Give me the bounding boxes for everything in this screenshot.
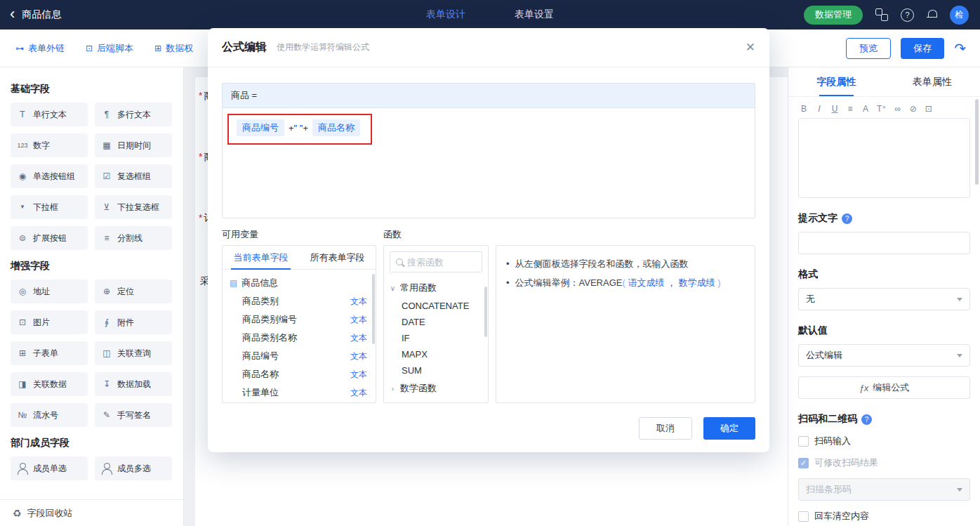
font-color-icon[interactable]: A xyxy=(861,104,870,114)
variable-row[interactable]: 商品类别名称文本 xyxy=(223,329,376,347)
bold-icon[interactable]: B xyxy=(800,104,808,114)
field-item-radio-group[interactable]: ◉单选按钮组 xyxy=(11,164,88,188)
modal-subtitle: 使用数学运算符编辑公式 xyxy=(277,41,369,53)
function-item-if[interactable]: IF xyxy=(384,330,488,346)
multi-line-text-icon: ¶ xyxy=(100,108,113,121)
field-chip-product-name[interactable]: 商品名称 xyxy=(312,119,360,136)
modal-footer: 取消 确定 xyxy=(208,403,769,440)
field-item-checkbox-group[interactable]: ☑复选框组 xyxy=(95,164,172,188)
back-button[interactable]: ‹ xyxy=(10,6,15,22)
field-item-extend-button[interactable]: ⊜扩展按钮 xyxy=(11,226,88,250)
preview-button[interactable]: 预览 xyxy=(846,38,891,59)
function-search-input[interactable] xyxy=(407,257,476,268)
scan-type-select[interactable]: 扫描条形码 xyxy=(798,478,970,501)
apps-switcher-icon[interactable] xyxy=(875,8,888,21)
function-item-concatenate[interactable]: CONCATENATE xyxy=(384,298,488,314)
save-button[interactable]: 保存 xyxy=(901,38,944,59)
field-item-multi-line-text[interactable]: ¶多行文本 xyxy=(95,103,172,126)
data-manage-button[interactable]: 数据管理 xyxy=(804,6,863,25)
variable-row[interactable]: 商品编号文本 xyxy=(223,347,376,365)
scan-input-row: 扫码输入 xyxy=(798,435,970,447)
tab-field-properties[interactable]: 字段属性 xyxy=(788,67,885,96)
field-item-dropdown-multi[interactable]: ⊻下拉复选框 xyxy=(95,195,172,219)
field-item-address[interactable]: ◎地址 xyxy=(11,280,88,303)
properties-tabs: 字段属性 表单属性 xyxy=(788,67,980,97)
avatar[interactable]: 检 xyxy=(950,6,969,25)
formula-operator: +" "+ xyxy=(289,123,308,133)
scan-input-checkbox[interactable] xyxy=(798,436,809,447)
help-icon[interactable]: ? xyxy=(901,8,914,22)
variable-row[interactable]: 计量单位文本 xyxy=(223,383,376,402)
tab-form-settings[interactable]: 表单设置 xyxy=(515,8,554,21)
scan-help-icon[interactable]: ? xyxy=(861,414,872,425)
help-line-2: •公式编辑举例：AVERAGE( 语文成绩 ， 数学成绩 ) xyxy=(506,273,745,292)
form-external-link-label: 表单外链 xyxy=(28,42,65,55)
dropdown-icon: ▼ xyxy=(16,201,29,213)
function-group-common[interactable]: ∨ 常用函数 xyxy=(384,278,488,298)
field-item-signature[interactable]: ✎手写签名 xyxy=(95,403,172,427)
variables-scrollbar[interactable] xyxy=(372,274,375,344)
field-item-single-line-text[interactable]: T单行文本 xyxy=(11,103,88,126)
tab-form-properties[interactable]: 表单属性 xyxy=(885,67,980,96)
field-item-number[interactable]: 123数字 xyxy=(11,133,88,157)
italic-icon[interactable]: I xyxy=(815,104,823,114)
tab-all-form-fields[interactable]: 所有表单字段 xyxy=(299,246,376,269)
underline-icon[interactable]: U xyxy=(830,104,839,114)
variable-row[interactable]: 商品类别文本 xyxy=(223,292,376,310)
remove-link-icon[interactable]: ⊘ xyxy=(909,104,918,114)
close-icon[interactable]: ✕ xyxy=(746,40,755,55)
function-group-text[interactable]: › 文本函数 xyxy=(384,398,488,403)
function-group-math[interactable]: › 数学函数 xyxy=(384,379,488,398)
tree-root-product-info[interactable]: ▤ 商品信息 xyxy=(223,274,376,292)
panel-scrollbar[interactable] xyxy=(975,99,979,185)
enhanced-fields-grid: ◎地址 ⊕定位 ⊡图片 ∮附件 ⊞子表单 ◫关联查询 ◨关联数据 ↧数据加载 №… xyxy=(11,280,173,427)
functions-scrollbar[interactable] xyxy=(484,287,487,337)
function-item-mapx[interactable]: MAPX xyxy=(384,346,488,362)
hint-text-input[interactable] xyxy=(798,232,970,254)
field-item-data-load[interactable]: ↧数据加载 xyxy=(95,372,172,396)
permission-icon: ⊞ xyxy=(154,44,161,53)
confirm-button[interactable]: 确定 xyxy=(703,417,755,440)
tab-current-form-fields[interactable]: 当前表单字段 xyxy=(223,246,299,269)
field-item-member-single[interactable]: 成员单选 xyxy=(11,456,88,480)
align-icon[interactable]: ≡ xyxy=(846,104,854,114)
field-item-related-data[interactable]: ◨关联数据 xyxy=(11,372,88,396)
recycle-label: 字段回收站 xyxy=(27,507,73,520)
field-item-datetime[interactable]: ▦日期时间 xyxy=(95,133,172,157)
field-item-related-query[interactable]: ◫关联查询 xyxy=(95,341,172,365)
share-button[interactable]: ↷ xyxy=(954,41,966,55)
field-title-editor[interactable] xyxy=(798,118,970,198)
enter-clear-row: 回车清空内容 xyxy=(798,510,970,522)
bell-icon[interactable] xyxy=(927,10,937,20)
data-permission-link[interactable]: ⊞ 数据权 xyxy=(154,42,193,55)
field-item-location[interactable]: ⊕定位 xyxy=(95,280,172,303)
field-item-image[interactable]: ⊡图片 xyxy=(11,310,88,334)
tab-form-design[interactable]: 表单设计 xyxy=(426,8,465,21)
field-item-divider[interactable]: ≡分割线 xyxy=(95,226,172,250)
hint-help-icon[interactable]: ? xyxy=(842,213,852,224)
cancel-button[interactable]: 取消 xyxy=(639,417,692,440)
function-item-date[interactable]: DATE xyxy=(384,314,488,330)
format-select[interactable]: 无 xyxy=(798,288,970,310)
field-chip-product-number[interactable]: 商品编号 xyxy=(237,119,284,136)
field-item-member-multi[interactable]: 成员多选 xyxy=(95,456,172,480)
formula-input-area[interactable]: 商品编号 +" "+ 商品名称 xyxy=(223,108,755,218)
variable-row[interactable]: 商品名称文本 xyxy=(223,365,376,383)
field-item-serial-number[interactable]: №流水号 xyxy=(11,403,88,427)
scan-editable-checkbox[interactable] xyxy=(798,458,809,468)
insert-image-icon[interactable]: ⊡ xyxy=(925,104,933,114)
enter-clear-checkbox[interactable] xyxy=(798,511,809,522)
default-value-select[interactable]: 公式编辑 xyxy=(798,344,970,367)
variable-row[interactable]: 商品类别编号文本 xyxy=(223,310,376,329)
edit-formula-button[interactable]: ƒx 编辑公式 xyxy=(798,376,970,399)
form-external-link[interactable]: ⊶ 表单外链 xyxy=(15,42,65,55)
field-item-dropdown[interactable]: ▼下拉框 xyxy=(11,195,88,219)
field-item-subform[interactable]: ⊞子表单 xyxy=(11,341,88,365)
insert-link-icon[interactable]: ∞ xyxy=(894,104,902,114)
function-item-sum[interactable]: SUM xyxy=(384,362,488,379)
single-line-text-icon: T xyxy=(16,108,29,121)
field-item-attachment[interactable]: ∮附件 xyxy=(95,310,172,334)
backend-script-link[interactable]: ⊡ 后端脚本 xyxy=(86,42,133,55)
field-recycle-bin[interactable]: ♻ 字段回收站 xyxy=(0,499,183,526)
font-size-icon[interactable]: T⁺ xyxy=(877,104,887,114)
